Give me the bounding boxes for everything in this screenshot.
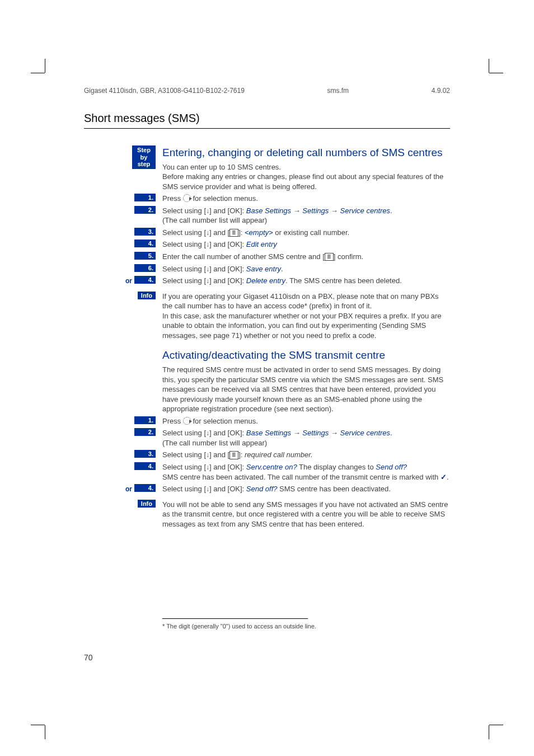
step-num: 3. [134,450,156,458]
check-icon: ✓ [441,473,447,481]
info-badge: Info [138,292,156,299]
footnote-rule [162,618,308,619]
or-label: or [125,485,132,493]
step-num: 6. [134,264,156,272]
step-num: 1. [134,194,156,201]
list-icon: ≣ [229,229,238,237]
header-right: 4.9.02 [432,87,450,95]
dial-icon [183,417,191,425]
info-text: You will not be able to send any SMS mes… [162,500,450,529]
step-num: 4. [134,462,156,470]
header-mid: sms.fm [327,87,349,95]
step-num: 2. [134,428,156,436]
heading-entering: Entering, changing or deleting call numb… [162,145,450,160]
info-badge: Info [138,500,156,508]
step-num: 2. [134,206,156,214]
step-by-step-badge: Step by step [132,145,156,169]
step-text: Select using [↓] and [OK]: Serv.centre o… [162,462,450,482]
footnote: * The digit (generally "0") used to acce… [162,622,450,631]
header-line: Gigaset 4110isdn, GBR, A31008-G4110-B102… [84,87,450,95]
or-label: or [125,277,132,285]
step-text: Select using [↓] and [OK]: Base Settings… [162,206,450,226]
step-text: Select using [↓] and [OK]: Base Settings… [162,428,450,448]
step-text: Press for selection menus. [162,416,450,426]
info-text: If you are operating your Gigaset 4110is… [162,292,450,341]
step-num: 5. [134,252,156,260]
step-text: Select using [↓] and [≣]: required call … [162,450,450,460]
step-text: Select using [↓] and [OK]: Edit entry [162,240,450,250]
step-num: 1. [134,416,156,424]
intro-1: You can enter up to 10 SMS centres. Befo… [162,162,450,192]
step-text: Enter the call number of another SMS cen… [162,252,450,262]
header-left: Gigaset 4110isdn, GBR, A31008-G4110-B102… [84,87,245,95]
section-title: Short messages (SMS) [84,112,450,129]
step-text: Select using [↓] and [≣]: <empty> or exi… [162,228,450,238]
step-text: Select using [↓] and [OK]: Save entry. [162,264,450,274]
heading-activating: Activating/deactivating the SMS transmit… [162,348,450,363]
list-icon: ≣ [325,253,334,261]
page-number: 70 [84,653,450,662]
step-num: 4. [134,276,156,284]
step-num: 3. [134,228,156,236]
step-text: Press for selection menus. [162,194,450,204]
step-num: 4. [134,484,156,492]
step-num: 4. [134,240,156,247]
dial-icon [183,194,191,202]
step-text: Select using [↓] and [OK]: Send off? SMS… [162,484,450,494]
list-icon: ≣ [229,451,238,459]
intro-2: The required SMS centre must be activate… [162,365,450,414]
step-text: Select using [↓] and [OK]: Delete entry.… [162,276,450,286]
